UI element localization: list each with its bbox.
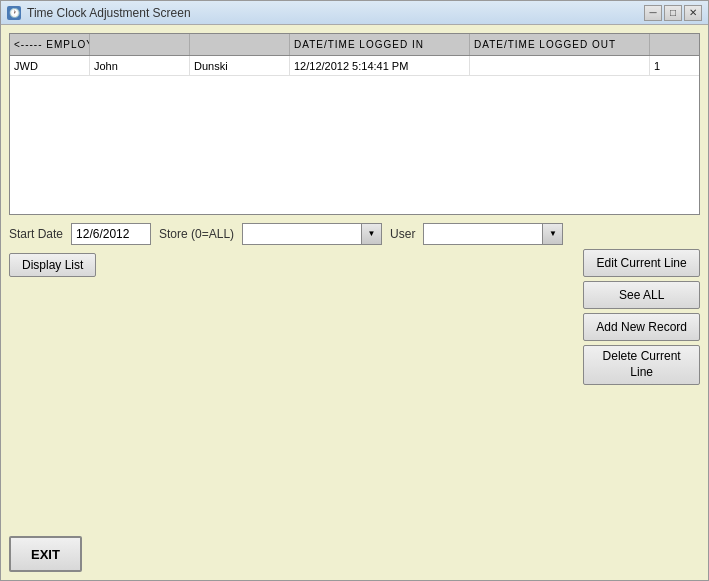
cell-id: JWD <box>10 56 90 75</box>
col-timein-header: DATE/TIME LOGGED IN <box>290 34 470 55</box>
filter-row: Start Date Store (0=ALL) ▼ User ▼ <box>9 223 700 245</box>
delete-current-line-button[interactable]: Delete CurrentLine <box>583 345 700 385</box>
table-body: JWD John Dunski 12/12/2012 5:14:41 PM 1 <box>10 56 699 214</box>
exit-button[interactable]: EXIT <box>9 536 82 572</box>
title-bar: 🕐 Time Clock Adjustment Screen ─ □ ✕ <box>1 1 708 25</box>
maximize-button[interactable]: □ <box>664 5 682 21</box>
cell-num: 1 <box>650 56 699 75</box>
data-table: <----- EMPLOYEE INFORMATION ------> DATE… <box>9 33 700 215</box>
window-content: <----- EMPLOYEE INFORMATION ------> DATE… <box>1 25 708 580</box>
see-all-button[interactable]: See ALL <box>583 281 700 309</box>
title-bar-buttons: ─ □ ✕ <box>644 5 702 21</box>
start-date-input[interactable] <box>71 223 151 245</box>
cell-timein: 12/12/2012 5:14:41 PM <box>290 56 470 75</box>
store-dropdown-btn[interactable]: ▼ <box>362 223 382 245</box>
store-label: Store (0=ALL) <box>159 227 234 241</box>
window-title: Time Clock Adjustment Screen <box>27 6 644 20</box>
main-window: 🕐 Time Clock Adjustment Screen ─ □ ✕ <--… <box>0 0 709 581</box>
display-btn-container: Display List <box>9 249 96 277</box>
window-icon: 🕐 <box>7 6 21 20</box>
start-date-label: Start Date <box>9 227 63 241</box>
display-list-button[interactable]: Display List <box>9 253 96 277</box>
table-header: <----- EMPLOYEE INFORMATION ------> DATE… <box>10 34 699 56</box>
cell-last: Dunski <box>190 56 290 75</box>
store-input[interactable] <box>242 223 362 245</box>
minimize-button[interactable]: ─ <box>644 5 662 21</box>
col-timeout-header: DATE/TIME LOGGED OUT <box>470 34 650 55</box>
cell-first: John <box>90 56 190 75</box>
user-dropdown-container: ▼ <box>423 223 563 245</box>
cell-timeout <box>470 56 650 75</box>
col-employee-info: <----- EMPLOYEE INFORMATION ------> <box>10 34 90 55</box>
col-num-header <box>650 34 700 55</box>
close-button[interactable]: ✕ <box>684 5 702 21</box>
right-buttons: Edit Current Line See ALL Add New Record… <box>583 249 700 385</box>
exit-area: EXIT <box>9 393 700 573</box>
store-dropdown-container: ▼ <box>242 223 382 245</box>
bottom-area: Start Date Store (0=ALL) ▼ User ▼ Displa… <box>9 223 700 385</box>
action-row: Display List Edit Current Line See ALL A… <box>9 249 700 385</box>
col-first-blank <box>90 34 190 55</box>
add-new-record-button[interactable]: Add New Record <box>583 313 700 341</box>
table-row[interactable]: JWD John Dunski 12/12/2012 5:14:41 PM 1 <box>10 56 699 76</box>
user-label: User <box>390 227 415 241</box>
col-last-blank <box>190 34 290 55</box>
edit-current-line-button[interactable]: Edit Current Line <box>583 249 700 277</box>
user-dropdown-btn[interactable]: ▼ <box>543 223 563 245</box>
user-input[interactable] <box>423 223 543 245</box>
